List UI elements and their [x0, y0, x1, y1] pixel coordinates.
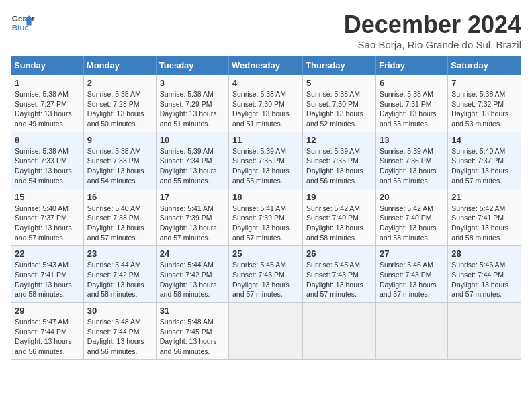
day-info: Sunrise: 5:44 AM Sunset: 7:42 PM Dayligh…	[87, 260, 152, 300]
calendar-cell: 15Sunrise: 5:40 AM Sunset: 7:37 PM Dayli…	[11, 189, 84, 246]
day-info: Sunrise: 5:44 AM Sunset: 7:42 PM Dayligh…	[160, 260, 225, 300]
calendar-cell: 11Sunrise: 5:39 AM Sunset: 7:35 PM Dayli…	[229, 132, 303, 189]
calendar-cell	[375, 303, 447, 360]
day-number: 19	[306, 192, 372, 202]
calendar-week-row: 15Sunrise: 5:40 AM Sunset: 7:37 PM Dayli…	[11, 189, 521, 246]
header: General Blue December 2024 Sao Borja, Ri…	[11, 11, 521, 50]
day-info: Sunrise: 5:47 AM Sunset: 7:44 PM Dayligh…	[15, 317, 80, 357]
day-number: 8	[15, 135, 80, 145]
day-number: 7	[451, 78, 517, 88]
day-info: Sunrise: 5:46 AM Sunset: 7:43 PM Dayligh…	[380, 260, 444, 300]
day-info: Sunrise: 5:39 AM Sunset: 7:35 PM Dayligh…	[232, 146, 299, 186]
calendar-week-row: 1Sunrise: 5:38 AM Sunset: 7:27 PM Daylig…	[11, 75, 521, 132]
calendar-cell: 30Sunrise: 5:48 AM Sunset: 7:44 PM Dayli…	[83, 303, 156, 360]
day-header-thursday: Thursday	[303, 56, 376, 75]
day-header-sunday: Sunday	[11, 56, 84, 75]
day-header-monday: Monday	[83, 56, 156, 75]
day-info: Sunrise: 5:38 AM Sunset: 7:33 PM Dayligh…	[15, 146, 80, 186]
day-info: Sunrise: 5:40 AM Sunset: 7:37 PM Dayligh…	[15, 203, 80, 243]
day-info: Sunrise: 5:45 AM Sunset: 7:43 PM Dayligh…	[306, 260, 372, 300]
calendar-cell: 22Sunrise: 5:43 AM Sunset: 7:41 PM Dayli…	[11, 246, 84, 303]
day-info: Sunrise: 5:38 AM Sunset: 7:29 PM Dayligh…	[160, 89, 225, 129]
calendar-cell: 23Sunrise: 5:44 AM Sunset: 7:42 PM Dayli…	[83, 246, 156, 303]
calendar-cell: 14Sunrise: 5:40 AM Sunset: 7:37 PM Dayli…	[448, 132, 521, 189]
day-header-saturday: Saturday	[448, 56, 521, 75]
day-info: Sunrise: 5:42 AM Sunset: 7:40 PM Dayligh…	[306, 203, 372, 243]
day-info: Sunrise: 5:38 AM Sunset: 7:30 PM Dayligh…	[232, 89, 299, 129]
calendar-cell: 3Sunrise: 5:38 AM Sunset: 7:29 PM Daylig…	[156, 75, 228, 132]
calendar-cell: 17Sunrise: 5:41 AM Sunset: 7:39 PM Dayli…	[156, 189, 228, 246]
calendar-cell: 9Sunrise: 5:38 AM Sunset: 7:33 PM Daylig…	[83, 132, 156, 189]
day-number: 5	[306, 78, 372, 88]
calendar-cell: 29Sunrise: 5:47 AM Sunset: 7:44 PM Dayli…	[11, 303, 84, 360]
calendar-table: SundayMondayTuesdayWednesdayThursdayFrid…	[11, 56, 521, 360]
day-number: 22	[15, 248, 80, 259]
day-info: Sunrise: 5:39 AM Sunset: 7:34 PM Dayligh…	[160, 146, 225, 186]
calendar-cell: 27Sunrise: 5:46 AM Sunset: 7:43 PM Dayli…	[375, 246, 447, 303]
calendar-cell: 8Sunrise: 5:38 AM Sunset: 7:33 PM Daylig…	[11, 132, 84, 189]
calendar-cell: 12Sunrise: 5:39 AM Sunset: 7:35 PM Dayli…	[303, 132, 376, 189]
calendar-cell: 2Sunrise: 5:38 AM Sunset: 7:28 PM Daylig…	[83, 75, 156, 132]
calendar-cell: 18Sunrise: 5:41 AM Sunset: 7:39 PM Dayli…	[229, 189, 303, 246]
calendar-cell: 13Sunrise: 5:39 AM Sunset: 7:36 PM Dayli…	[375, 132, 447, 189]
day-info: Sunrise: 5:38 AM Sunset: 7:31 PM Dayligh…	[380, 89, 444, 129]
day-info: Sunrise: 5:42 AM Sunset: 7:40 PM Dayligh…	[380, 203, 444, 243]
location-subtitle: Sao Borja, Rio Grande do Sul, Brazil	[344, 39, 521, 50]
calendar-cell	[303, 303, 376, 360]
day-info: Sunrise: 5:38 AM Sunset: 7:30 PM Dayligh…	[306, 89, 372, 129]
calendar-cell	[448, 303, 521, 360]
calendar-cell: 5Sunrise: 5:38 AM Sunset: 7:30 PM Daylig…	[303, 75, 376, 132]
day-number: 4	[232, 78, 299, 88]
calendar-week-row: 22Sunrise: 5:43 AM Sunset: 7:41 PM Dayli…	[11, 246, 521, 303]
day-number: 12	[306, 135, 372, 145]
day-info: Sunrise: 5:43 AM Sunset: 7:41 PM Dayligh…	[15, 260, 80, 300]
day-number: 10	[160, 135, 225, 145]
day-number: 26	[306, 248, 372, 259]
calendar-cell: 10Sunrise: 5:39 AM Sunset: 7:34 PM Dayli…	[156, 132, 228, 189]
day-info: Sunrise: 5:48 AM Sunset: 7:44 PM Dayligh…	[87, 317, 152, 357]
day-number: 15	[15, 192, 80, 202]
calendar-cell: 26Sunrise: 5:45 AM Sunset: 7:43 PM Dayli…	[303, 246, 376, 303]
day-number: 14	[451, 135, 517, 145]
day-number: 21	[451, 192, 517, 202]
day-number: 20	[380, 192, 444, 202]
day-number: 13	[380, 135, 444, 145]
day-number: 29	[15, 306, 80, 316]
day-info: Sunrise: 5:40 AM Sunset: 7:38 PM Dayligh…	[87, 203, 152, 243]
logo: General Blue	[11, 11, 35, 35]
calendar-cell: 16Sunrise: 5:40 AM Sunset: 7:38 PM Dayli…	[83, 189, 156, 246]
day-info: Sunrise: 5:45 AM Sunset: 7:43 PM Dayligh…	[232, 260, 299, 300]
day-number: 25	[232, 248, 299, 259]
title-block: December 2024 Sao Borja, Rio Grande do S…	[344, 11, 521, 50]
day-info: Sunrise: 5:38 AM Sunset: 7:28 PM Dayligh…	[87, 89, 152, 129]
day-info: Sunrise: 5:42 AM Sunset: 7:41 PM Dayligh…	[451, 203, 517, 243]
day-number: 16	[87, 192, 152, 202]
day-info: Sunrise: 5:48 AM Sunset: 7:45 PM Dayligh…	[160, 317, 225, 357]
day-info: Sunrise: 5:39 AM Sunset: 7:35 PM Dayligh…	[306, 146, 372, 186]
day-number: 11	[232, 135, 299, 145]
calendar-week-row: 8Sunrise: 5:38 AM Sunset: 7:33 PM Daylig…	[11, 132, 521, 189]
day-number: 18	[232, 192, 299, 202]
day-info: Sunrise: 5:40 AM Sunset: 7:37 PM Dayligh…	[451, 146, 517, 186]
calendar-cell: 20Sunrise: 5:42 AM Sunset: 7:40 PM Dayli…	[375, 189, 447, 246]
day-number: 6	[380, 78, 444, 88]
calendar-header-row: SundayMondayTuesdayWednesdayThursdayFrid…	[11, 56, 521, 75]
day-number: 1	[15, 78, 80, 88]
calendar-cell: 1Sunrise: 5:38 AM Sunset: 7:27 PM Daylig…	[11, 75, 84, 132]
day-header-tuesday: Tuesday	[156, 56, 228, 75]
calendar-cell: 24Sunrise: 5:44 AM Sunset: 7:42 PM Dayli…	[156, 246, 228, 303]
day-number: 3	[160, 78, 225, 88]
calendar-cell: 7Sunrise: 5:38 AM Sunset: 7:32 PM Daylig…	[448, 75, 521, 132]
day-number: 24	[160, 248, 225, 259]
day-number: 31	[160, 306, 225, 316]
month-title: December 2024	[344, 11, 521, 39]
day-info: Sunrise: 5:41 AM Sunset: 7:39 PM Dayligh…	[160, 203, 225, 243]
day-number: 2	[87, 78, 152, 88]
day-number: 30	[87, 306, 152, 316]
day-info: Sunrise: 5:38 AM Sunset: 7:33 PM Dayligh…	[87, 146, 152, 186]
day-number: 28	[451, 248, 517, 259]
day-header-wednesday: Wednesday	[229, 56, 303, 75]
calendar-cell	[229, 303, 303, 360]
calendar-cell: 21Sunrise: 5:42 AM Sunset: 7:41 PM Dayli…	[448, 189, 521, 246]
calendar-cell: 28Sunrise: 5:46 AM Sunset: 7:44 PM Dayli…	[448, 246, 521, 303]
